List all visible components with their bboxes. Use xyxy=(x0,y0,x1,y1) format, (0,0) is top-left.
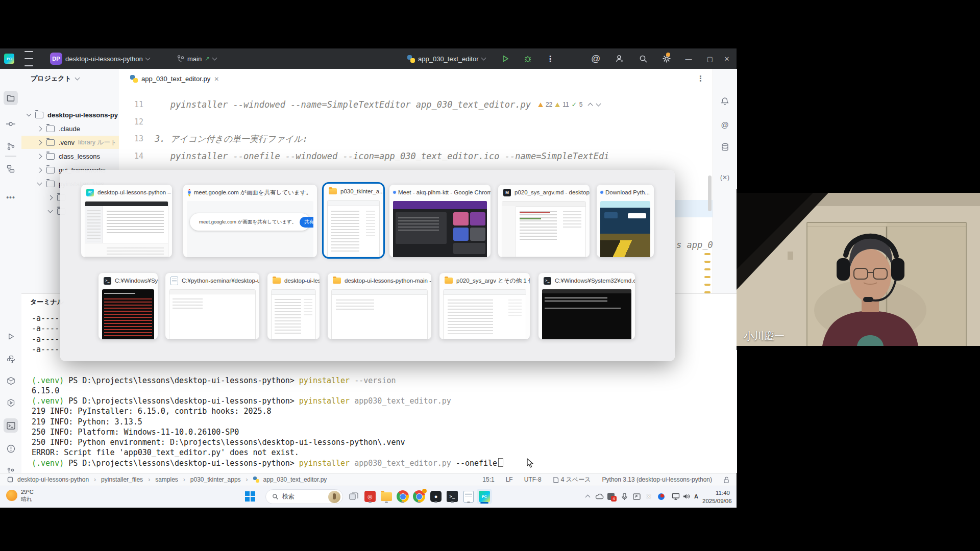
window-card-python-download[interactable]: Download Pyth... xyxy=(597,185,654,257)
weather-widget[interactable]: 29°C 晴れ xyxy=(6,488,34,503)
start-button[interactable] xyxy=(242,489,258,504)
database-tool-button[interactable] xyxy=(718,140,731,154)
main-menu-button[interactable] xyxy=(24,48,33,69)
close-button[interactable]: ✕ xyxy=(717,48,737,69)
tab-options-button[interactable]: ⋮ xyxy=(697,74,704,83)
commit-tool-button[interactable] xyxy=(4,117,18,131)
notifications-button[interactable] xyxy=(718,94,731,108)
app-badge-icon[interactable]: 4 xyxy=(605,491,617,502)
cast-window-icon[interactable] xyxy=(631,491,642,502)
window-card-markdown[interactable]: Mp020_sys_argv.md - desktop-ui-le... xyxy=(498,185,590,257)
pycharm-icon: PC xyxy=(86,189,94,196)
pull-requests-tool-button[interactable] xyxy=(4,139,18,154)
task-view-button[interactable] xyxy=(346,489,361,504)
ai-assistant-tool-button[interactable]: @ xyxy=(718,118,731,131)
git-branch-widget[interactable]: main ↗ xyxy=(177,48,216,69)
chrome-icon[interactable] xyxy=(395,489,410,504)
code-with-me-button[interactable] xyxy=(615,48,624,69)
color-dot-icon[interactable] xyxy=(655,491,667,502)
editor-scrollbar[interactable] xyxy=(708,176,712,211)
project-tool-button[interactable] xyxy=(4,91,18,105)
window-thumbnail xyxy=(331,289,428,339)
window-card-meet[interactable]: Meet - akq-pihm-ktt - Google Chrome xyxy=(389,185,491,257)
code-line[interactable]: 11 pyinstaller --windowed --name=SimpleT… xyxy=(119,96,713,113)
terminal-app-icon[interactable]: >_ xyxy=(445,489,460,504)
interpreter-widget[interactable]: Python 3.13 (desktop-ui-lessons-python) xyxy=(602,476,712,483)
search-everywhere-button[interactable] xyxy=(639,48,648,69)
window-card-notepad[interactable]: C:¥python-seminar¥desktop-ui-le... xyxy=(165,273,259,339)
breadcrumb-item[interactable]: pyinstaller_files xyxy=(101,476,143,483)
red-app-icon[interactable]: ◎ xyxy=(362,489,378,504)
markdown-app-icon: M xyxy=(503,189,511,196)
network-icon[interactable] xyxy=(670,491,681,502)
window-card-pycharm[interactable]: PCdesktop-ui-lessons-python – app... xyxy=(81,185,172,257)
services-tool-button[interactable] xyxy=(4,395,18,410)
settings-button[interactable] xyxy=(662,48,671,69)
dark-app-icon[interactable]: ● xyxy=(428,489,444,504)
mic-in-use-icon[interactable] xyxy=(619,491,630,502)
breadcrumb-item[interactable]: app_030_text_editor.py xyxy=(263,476,327,483)
taskbar-search-box[interactable]: 検索 xyxy=(265,489,343,504)
window-card-explorer-selected[interactable]: p030_tkinter_a... xyxy=(324,184,383,257)
prev-problem-button[interactable] xyxy=(587,103,593,108)
debug-button[interactable] xyxy=(524,48,532,69)
stop-sharing-button[interactable]: 共有を停止 xyxy=(300,217,313,228)
chrome-icon-2[interactable] xyxy=(411,489,427,504)
indent-widget[interactable]: 4 スペース xyxy=(553,475,591,484)
next-problem-button[interactable] xyxy=(596,102,601,107)
window-card-cmd[interactable]: >_C:¥Windows¥System32¥cmd.exe xyxy=(538,273,635,339)
run-button[interactable] xyxy=(501,48,509,69)
more-actions-button[interactable]: ⋮ xyxy=(546,48,554,69)
tree-item-claude[interactable]: .claude xyxy=(21,122,119,135)
code-line[interactable]: 13 3. アイコン付きの単一実行ファイル: xyxy=(119,130,713,147)
tray-clock[interactable]: 11:40 2025/09/06 xyxy=(702,489,730,505)
search-icon xyxy=(639,55,648,63)
window-card-explorer-2[interactable]: desktop-ui-less... xyxy=(267,273,320,339)
ime-mode-icon[interactable]: A xyxy=(691,491,702,502)
clipped-code-fragment: s app_0 xyxy=(676,240,713,250)
structure-tool-button[interactable] xyxy=(4,162,18,176)
file-encoding[interactable]: UTF-8 xyxy=(524,476,542,483)
caret-position[interactable]: 15:1 xyxy=(482,476,494,483)
run-config-selector[interactable]: app_030_text_editor xyxy=(407,48,485,69)
tray-expand-button[interactable] xyxy=(582,491,593,502)
breadcrumb-item[interactable]: desktop-ui-lessons-python xyxy=(17,476,89,483)
breadcrumb-item[interactable]: samples xyxy=(155,476,178,483)
code-line[interactable]: 12 xyxy=(119,113,713,131)
pycharm-taskbar-icon[interactable]: PC xyxy=(477,489,492,504)
search-highlight-image[interactable] xyxy=(328,491,340,503)
ai-assistant-button[interactable]: @ xyxy=(591,48,600,69)
x-app-icon[interactable]: ✕ xyxy=(643,491,654,502)
code-line[interactable]: 14 pyinstaller --onefile --windowed --ic… xyxy=(119,147,713,165)
chevron-down-icon xyxy=(481,56,486,61)
tree-item-venv[interactable]: .venv library ルート xyxy=(21,136,119,149)
tree-item-class-lessons[interactable]: class_lessons xyxy=(21,149,119,163)
project-widget[interactable]: DP desktop-ui-lessons-python xyxy=(50,48,150,69)
tree-item-root[interactable]: desktop-ui-lessons-py xyxy=(21,108,119,121)
breadcrumb-item[interactable]: p030_tkinter_apps xyxy=(190,476,241,483)
window-card-explorer-3[interactable]: desktop-ui-lessons-python-main - エク... xyxy=(328,273,431,339)
more-tools-button[interactable]: ••• xyxy=(4,190,18,205)
editor-tab-active[interactable]: app_030_text_editor.py ✕ xyxy=(125,69,224,90)
window-card-explorer-4[interactable]: p020_sys_argv とその他 1 個のタブ -... xyxy=(439,273,530,339)
run-tool-button[interactable] xyxy=(4,329,18,343)
project-panel-header[interactable]: プロジェクト xyxy=(31,74,79,83)
terminal-tool-button[interactable] xyxy=(4,418,18,433)
inspection-widget[interactable]: 22 11 ✓5 xyxy=(538,101,600,108)
terminal-tab-label[interactable]: ターミナル xyxy=(30,297,64,307)
line-separator[interactable]: LF xyxy=(506,476,513,483)
problems-tool-button[interactable] xyxy=(4,441,18,456)
onedrive-icon[interactable] xyxy=(594,491,605,502)
variables-tool-button[interactable]: (✕) xyxy=(718,171,731,184)
volume-icon[interactable] xyxy=(680,491,692,502)
file-explorer-icon[interactable] xyxy=(379,489,394,504)
python-packages-button[interactable] xyxy=(4,373,18,388)
window-card-meet-sharing[interactable]: meet.google.com が画面を共有しています。 meet.google… xyxy=(183,185,317,257)
python-console-button[interactable] xyxy=(4,352,18,366)
unlock-icon[interactable] xyxy=(723,477,729,483)
terminal-line: 219 INFO: PyInstaller: 6.15.0, contrib h… xyxy=(32,406,503,416)
close-tab-icon[interactable]: ✕ xyxy=(214,76,219,83)
minimize-button[interactable]: — xyxy=(679,48,698,69)
window-card-cmd-red[interactable]: >_C:¥Windows¥Syst... xyxy=(99,273,158,339)
notepad-app-icon[interactable] xyxy=(461,489,476,504)
